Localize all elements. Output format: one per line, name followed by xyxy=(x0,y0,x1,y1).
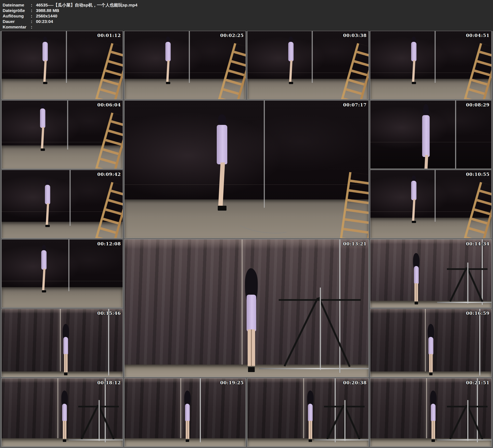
thumbnail-cell: 00:10:55 xyxy=(370,170,491,238)
legs-shape xyxy=(423,155,428,168)
dress-shape xyxy=(185,404,190,422)
thumbnail-cell: 00:09:42 xyxy=(2,170,123,238)
rig-leg xyxy=(449,267,467,302)
file-info-row: Dauer:00:23:04 xyxy=(3,19,491,24)
metal-pole xyxy=(435,170,436,222)
metal-pole xyxy=(435,31,436,83)
metal-pole xyxy=(66,31,67,83)
metal-pole xyxy=(200,378,201,442)
thumbnail-cell: 00:06:04 xyxy=(2,101,123,168)
info-value: 3988.88 MB xyxy=(36,8,491,13)
timestamp-overlay: 00:10:55 xyxy=(466,172,490,177)
legs-shape xyxy=(415,283,418,301)
heels-shape xyxy=(429,373,433,375)
thumbnail-cell: 00:03:38 xyxy=(247,31,369,99)
legs-shape xyxy=(186,421,189,439)
rig-leg xyxy=(318,297,350,367)
figure-silhouette xyxy=(410,176,418,223)
metal-pole xyxy=(479,309,480,376)
file-info-row: Dateiname:46535----【瓜小菜】自动sp机，一个人也能玩sp.m… xyxy=(3,2,491,8)
metal-pole xyxy=(69,170,71,226)
dress-shape xyxy=(308,404,313,422)
heels-shape xyxy=(41,148,45,151)
heels-shape xyxy=(186,439,189,442)
rig-frame xyxy=(74,400,123,441)
figure-silhouette xyxy=(164,36,172,84)
timestamp-overlay: 00:03:38 xyxy=(343,33,367,38)
figure-silhouette xyxy=(60,391,69,441)
timestamp-overlay: 00:15:46 xyxy=(97,311,121,316)
info-value: 2560x1440 xyxy=(36,13,491,19)
metal-pole xyxy=(189,31,190,83)
figure-silhouette xyxy=(306,391,315,441)
info-colon: : xyxy=(31,19,36,24)
light-slit xyxy=(425,309,426,371)
concrete-floor xyxy=(2,287,123,308)
legs-shape xyxy=(42,269,45,290)
info-label: Dateiname xyxy=(3,2,31,8)
legs-shape xyxy=(309,421,312,439)
info-label: Dauer xyxy=(3,19,31,24)
timestamp-overlay: 00:09:42 xyxy=(97,172,121,177)
rig-frame xyxy=(320,400,369,441)
file-info-row: Kommentar: xyxy=(3,24,491,30)
dress-shape xyxy=(45,185,50,204)
contact-sheet-grid: 00:01:1200:02:2500:03:3800:04:5100:06:04… xyxy=(2,31,491,446)
figure-silhouette xyxy=(39,103,47,151)
legs-shape xyxy=(41,127,44,149)
figure-silhouette xyxy=(243,268,260,370)
dress-shape xyxy=(41,250,46,270)
legs-shape xyxy=(248,329,255,366)
dress-shape xyxy=(63,337,68,355)
metal-pole xyxy=(67,101,68,149)
rig-pipe-floor xyxy=(259,368,369,369)
rig-frame xyxy=(443,263,491,303)
heels-shape xyxy=(45,225,50,227)
legs-shape xyxy=(63,421,67,439)
dress-shape xyxy=(411,181,416,200)
info-value: 00:23:04 xyxy=(36,19,491,24)
timestamp-overlay: 00:14:34 xyxy=(466,241,490,246)
rig-pipe-floor xyxy=(437,439,491,440)
file-info-row: Dateigröße:3988.88 MB xyxy=(3,8,491,13)
heels-shape xyxy=(43,82,47,84)
legs-shape xyxy=(429,354,433,372)
rig-leg xyxy=(284,298,318,367)
rig-leg xyxy=(344,404,360,440)
metal-pole xyxy=(108,309,109,376)
info-label: Auflösung xyxy=(3,13,31,19)
metal-pole xyxy=(312,31,313,83)
dress-shape xyxy=(216,125,227,164)
dress-shape xyxy=(422,115,430,157)
legs-shape xyxy=(289,60,292,82)
rig-pipe-vertical xyxy=(320,288,321,370)
rig-leg xyxy=(81,405,99,439)
figure-silhouette xyxy=(40,245,48,293)
heels-shape xyxy=(309,439,312,442)
dress-shape xyxy=(411,42,416,61)
metal-pole xyxy=(264,101,265,208)
info-colon: : xyxy=(31,13,36,19)
dress-shape xyxy=(288,42,293,61)
rig-leg xyxy=(326,405,345,439)
thumbnail-cell: 00:07:17 xyxy=(124,101,369,238)
figure-silhouette xyxy=(287,36,295,84)
figure-silhouette xyxy=(420,104,432,168)
timestamp-overlay: 00:20:38 xyxy=(343,380,367,385)
heels-shape xyxy=(432,439,435,442)
dress-shape xyxy=(246,295,256,331)
rig-pipe-vertical xyxy=(99,400,100,441)
legs-shape xyxy=(166,60,169,82)
heels-shape xyxy=(415,302,418,304)
heels-shape xyxy=(166,82,170,84)
thumbnail-cell: 00:08:29 xyxy=(370,101,491,168)
rig-frame xyxy=(271,288,369,370)
thumbnail-cell: 00:12:08 xyxy=(2,239,123,307)
thumbnail-cell: 00:02:25 xyxy=(124,31,246,99)
figure-silhouette xyxy=(41,36,50,84)
info-label: Kommentar xyxy=(3,24,31,30)
info-label: Dateigröße xyxy=(3,8,31,13)
dress-shape xyxy=(431,404,436,422)
dress-shape xyxy=(428,337,433,355)
figure-silhouette xyxy=(44,179,52,227)
